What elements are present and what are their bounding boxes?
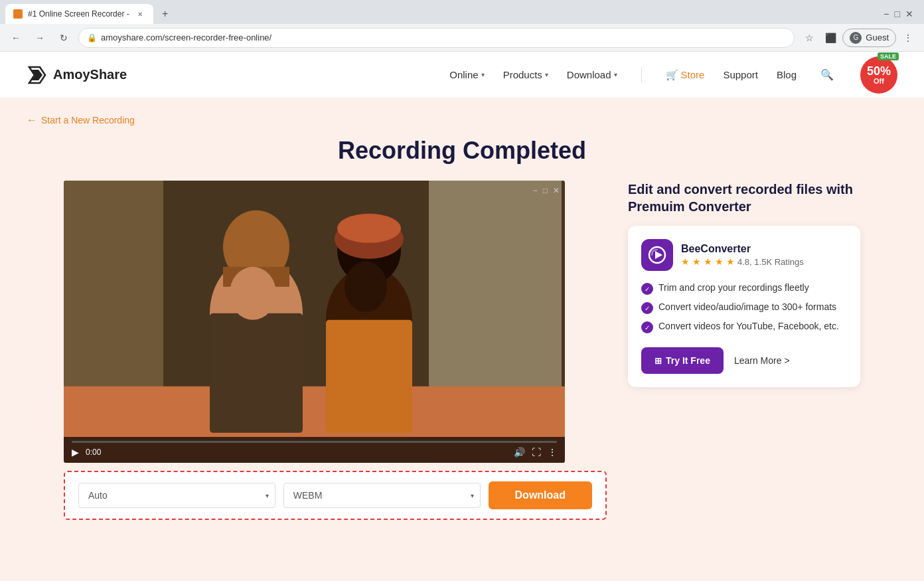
feature-text-3: Convert videos for YouTube, Facebook, et… <box>658 321 839 331</box>
converter-card: BeeConverter ★ ★ ★ ★ ★ 4.8, 1.5K Ratings <box>628 226 860 387</box>
rating-text: 4.8, 1.5K Ratings <box>737 257 804 267</box>
minimize-button[interactable]: − <box>884 9 889 19</box>
tab-title: #1 Online Screen Recorder - <box>28 9 129 19</box>
video-player[interactable]: −□✕ ▶ 0:00 🔊 ⛶ ⋮ <box>64 181 565 463</box>
svg-marker-1 <box>32 70 42 80</box>
side-panel-title: Edit and convert recorded files with Pre… <box>628 181 860 215</box>
tab-close-button[interactable]: ✕ <box>135 9 145 19</box>
close-window-button[interactable]: ✕ <box>905 9 913 19</box>
video-progress-bar[interactable] <box>72 441 557 443</box>
nav-blog[interactable]: Blog <box>777 69 797 80</box>
format-select-wrapper: WEBM MP4 AVI MOV ▾ <box>283 483 481 508</box>
converter-app-icon <box>641 239 673 271</box>
side-panel: Edit and convert recorded files with Pre… <box>628 181 860 387</box>
card-actions: ⊞ Try It Free Learn More > <box>641 347 847 374</box>
video-window-controls: −□✕ <box>533 186 560 195</box>
sale-percent: 50% <box>867 65 891 77</box>
check-icon-1: ✓ <box>641 283 653 295</box>
star-5: ★ <box>726 256 735 267</box>
converter-stars: ★ ★ ★ ★ ★ 4.8, 1.5K Ratings <box>681 256 804 267</box>
products-chevron-icon: ▾ <box>545 71 548 78</box>
maximize-button[interactable]: □ <box>895 9 900 19</box>
video-controls-bar: ▶ 0:00 🔊 ⛶ ⋮ <box>64 437 565 463</box>
active-tab[interactable]: #1 Online Screen Recorder - ✕ <box>5 4 153 24</box>
back-link-label: Start a New Recording <box>41 115 135 125</box>
menu-icon[interactable]: ⋮ <box>899 29 917 47</box>
more-options-button[interactable]: ⋮ <box>548 447 557 457</box>
bookmark-icon[interactable]: ☆ <box>800 29 818 47</box>
video-thumbnail <box>64 181 565 463</box>
video-controls-row: ▶ 0:00 🔊 ⛶ ⋮ <box>72 447 557 457</box>
address-bar[interactable]: 🔒 amoyshare.com/screen-recorder-free-onl… <box>78 28 795 48</box>
video-section: −□✕ ▶ 0:00 🔊 ⛶ ⋮ <box>64 181 607 520</box>
logo-icon <box>27 64 48 86</box>
tab-favicon <box>13 9 23 19</box>
tab-bar: #1 Online Screen Recorder - ✕ + − □ ✕ <box>0 0 924 24</box>
profile-button[interactable]: G Guest <box>842 29 896 47</box>
browser-chrome: #1 Online Screen Recorder - ✕ + − □ ✕ ← … <box>0 0 924 52</box>
profile-avatar: G <box>850 32 862 44</box>
nav-support[interactable]: Support <box>723 69 758 80</box>
feature-item-3: ✓ Convert videos for YouTube, Facebook, … <box>641 317 847 337</box>
security-icon: 🔒 <box>87 33 97 42</box>
download-bar: Auto 720p 1080p 480p ▾ WEBM MP4 AVI MOV <box>64 471 607 520</box>
try-free-button[interactable]: ⊞ Try It Free <box>641 347 724 374</box>
online-chevron-icon: ▾ <box>481 71 485 78</box>
svg-point-13 <box>337 214 401 243</box>
feature-text-2: Convert video/audio/image to 300+ format… <box>658 301 836 312</box>
svg-marker-19 <box>655 251 662 259</box>
star-3: ★ <box>704 256 712 267</box>
website: AmoyShare Online ▾ Products ▾ Download ▾… <box>0 52 924 581</box>
svg-point-17 <box>345 262 387 312</box>
svg-rect-14 <box>210 313 303 433</box>
svg-point-16 <box>230 267 276 320</box>
svg-rect-15 <box>326 320 412 433</box>
main-content: ← Start a New Recording Recording Comple… <box>0 98 924 546</box>
learn-more-link[interactable]: Learn More > <box>734 355 790 366</box>
sale-badge[interactable]: SALE 50% Off <box>860 56 897 94</box>
format-select[interactable]: WEBM MP4 AVI MOV <box>283 483 481 508</box>
page-title: Recording Completed <box>338 137 586 165</box>
windows-icon: ⊞ <box>654 356 662 366</box>
volume-icon[interactable]: 🔊 <box>514 447 525 457</box>
profile-label: Guest <box>866 33 889 42</box>
back-navigation-button[interactable]: ← <box>7 29 25 47</box>
content-row: −□✕ ▶ 0:00 🔊 ⛶ ⋮ <box>64 181 860 520</box>
quality-select-wrapper: Auto 720p 1080p 480p ▾ <box>78 483 275 508</box>
nav-store[interactable]: 🛒 Store <box>666 69 705 81</box>
nav-products[interactable]: Products ▾ <box>503 69 548 80</box>
star-1: ★ <box>681 256 690 267</box>
feature-list: ✓ Trim and crop your recordings fleetly … <box>641 279 847 337</box>
cart-icon: 🛒 <box>666 69 678 81</box>
logo-text: AmoyShare <box>53 67 127 82</box>
feature-item-2: ✓ Convert video/audio/image to 300+ form… <box>641 298 847 317</box>
site-header: AmoyShare Online ▾ Products ▾ Download ▾… <box>0 52 924 98</box>
window-controls: − □ ✕ <box>884 9 919 19</box>
extensions-icon[interactable]: ⬛ <box>821 29 840 47</box>
feature-item-1: ✓ Trim and crop your recordings fleetly <box>641 279 847 298</box>
nav-download[interactable]: Download ▾ <box>567 69 617 80</box>
toolbar-actions: ☆ ⬛ G Guest ⋮ <box>800 29 917 47</box>
back-arrow-icon: ← <box>27 114 37 126</box>
nav-online[interactable]: Online ▾ <box>449 69 484 80</box>
quality-select[interactable]: Auto 720p 1080p 480p <box>78 483 275 508</box>
sale-tag-label: SALE <box>878 52 899 60</box>
new-tab-button[interactable]: + <box>156 5 175 23</box>
sale-off-label: Off <box>874 77 884 85</box>
time-display: 0:00 <box>86 448 101 457</box>
download-button[interactable]: Download <box>489 481 592 509</box>
converter-info: BeeConverter ★ ★ ★ ★ ★ 4.8, 1.5K Ratings <box>681 243 804 267</box>
forward-navigation-button[interactable]: → <box>31 29 49 47</box>
nav-divider <box>641 67 642 83</box>
play-button[interactable]: ▶ <box>72 447 79 457</box>
back-link[interactable]: ← Start a New Recording <box>27 114 135 126</box>
feature-text-1: Trim and crop your recordings fleetly <box>658 282 809 293</box>
converter-name: BeeConverter <box>681 243 804 255</box>
browser-toolbar: ← → ↻ 🔒 amoyshare.com/screen-recorder-fr… <box>0 24 924 52</box>
logo[interactable]: AmoyShare <box>27 64 127 86</box>
star-4: ★ <box>715 256 724 267</box>
search-icon[interactable]: 🔍 <box>820 68 834 81</box>
fullscreen-button[interactable]: ⛶ <box>532 447 541 457</box>
converter-header: BeeConverter ★ ★ ★ ★ ★ 4.8, 1.5K Ratings <box>641 239 847 271</box>
reload-button[interactable]: ↻ <box>54 29 73 47</box>
